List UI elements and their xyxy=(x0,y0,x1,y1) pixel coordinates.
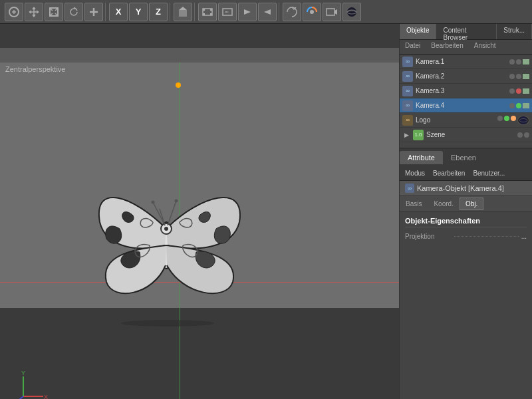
svg-rect-6 xyxy=(210,9,212,11)
svg-rect-2 xyxy=(179,10,187,17)
svg-point-22 xyxy=(175,200,178,203)
obj-dots-szene xyxy=(517,132,529,138)
dot3 xyxy=(523,88,529,94)
obj-icon-kamera3: ∞ xyxy=(402,86,413,96)
attr-bearbeiten[interactable]: Bearbeiten xyxy=(430,169,467,178)
obj-dots-logo xyxy=(497,116,529,125)
obj-item-kamera3[interactable]: ∞ Kamera.3 xyxy=(400,84,532,98)
object-list: ∞ Kamera.1 ∞ Kamera.2 ∞ xyxy=(400,55,532,148)
obj-icon-kamera2: ∞ xyxy=(402,71,413,82)
toolbar-group-axes: X Y Z xyxy=(107,3,170,21)
viewport-label: Zentralperspektive xyxy=(5,65,66,73)
obj-dots-kamera2 xyxy=(509,74,529,79)
dot2 xyxy=(516,103,521,108)
szene-expand[interactable]: ▶ xyxy=(402,131,410,139)
svg-point-10 xyxy=(310,10,314,14)
attr-tab-attribute[interactable]: Attribute xyxy=(400,151,443,164)
obj-dots-kamera4 xyxy=(509,103,529,108)
svg-line-26 xyxy=(17,396,23,399)
camera-obj-title: ∞ Kamera-Objekt [Kamera.4] xyxy=(400,181,532,196)
orange-marker-top xyxy=(176,82,181,88)
projektion-value: ... xyxy=(521,233,527,240)
dot2 xyxy=(524,132,529,138)
dot1 xyxy=(509,88,515,94)
obj-item-logo[interactable]: ∞ Logo xyxy=(400,113,532,128)
main-toolbar: X Y Z xyxy=(0,0,532,24)
attr-tabs: Attribute Ebenen xyxy=(400,149,532,166)
mode-btn[interactable] xyxy=(5,3,23,21)
dot3 xyxy=(523,74,529,79)
attributes-panel: Attribute Ebenen Modus Bearbeiten Benutz… xyxy=(400,148,532,399)
subtab-datei[interactable]: Datei xyxy=(400,40,426,54)
anim-btn4[interactable] xyxy=(258,3,277,21)
right-panel-tabs: Objekte Content Browser Struk... xyxy=(400,24,532,40)
tab-objekte[interactable]: Objekte xyxy=(400,24,436,39)
dot2 xyxy=(516,74,521,79)
tab-content-browser[interactable]: Content Browser xyxy=(436,24,497,39)
anim-btn2[interactable] xyxy=(218,3,237,21)
obj-name-kamera4: Kamera.4 xyxy=(416,102,507,109)
logo-sphere xyxy=(517,116,529,125)
viewport-canvas[interactable]: Zentralperspektive xyxy=(0,63,399,399)
dot3 xyxy=(523,59,529,65)
film-btn[interactable] xyxy=(198,3,217,21)
camera-subtabs: Basis Koord. Obj. xyxy=(400,196,532,212)
obj-dots-kamera3 xyxy=(509,88,529,94)
subtab-ansicht[interactable]: Ansicht xyxy=(469,40,501,54)
axis-x-btn[interactable]: X xyxy=(109,3,128,21)
svg-point-21 xyxy=(152,201,155,204)
svg-text:Y: Y xyxy=(21,370,25,376)
dot1 xyxy=(509,59,515,65)
toolbar-group-obj xyxy=(172,3,195,21)
cam-subtab-basis[interactable]: Basis xyxy=(400,198,428,210)
attr-modus[interactable]: Modus xyxy=(402,169,428,178)
anim-btn3[interactable] xyxy=(238,3,257,21)
rotate-btn[interactable] xyxy=(65,3,83,21)
obj-name-kamera2: Kamera.2 xyxy=(416,72,507,80)
attr-row-projektion: Projektion ... xyxy=(405,230,527,242)
right-panel: Objekte Content Browser Struk... Datei B… xyxy=(399,24,532,399)
attr-dots-projektion xyxy=(454,236,519,237)
cam-subtab-koord[interactable]: Koord. xyxy=(428,198,459,210)
camera-icon: ∞ xyxy=(405,184,414,193)
cam-subtab-obj[interactable]: Obj. xyxy=(460,198,483,210)
render-btn[interactable] xyxy=(303,3,321,21)
subtab-bearbeiten[interactable]: Bearbeiten xyxy=(426,40,468,54)
viewport[interactable]: Ansicht Kameras Darstellung Optionen Fil… xyxy=(0,48,399,399)
move-btn[interactable] xyxy=(25,3,43,21)
add-btn[interactable] xyxy=(84,3,103,21)
dot3 xyxy=(511,116,516,121)
tab-struktur[interactable]: Struk... xyxy=(497,24,532,39)
svg-point-23 xyxy=(121,320,214,327)
scale-btn[interactable] xyxy=(45,3,63,21)
obj-item-szene[interactable]: ▶ 1.0 Szene xyxy=(400,128,532,142)
dot3 xyxy=(523,103,529,108)
axis-z-btn[interactable]: Z xyxy=(149,3,168,21)
obj-item-kamera4[interactable]: ∞ Kamera.4 xyxy=(400,98,532,113)
dot2 xyxy=(516,59,521,65)
axis-indicator: X Y Z xyxy=(13,370,47,399)
attr-tab-ebenen[interactable]: Ebenen xyxy=(443,151,484,164)
toolbar-group-anim xyxy=(196,3,279,21)
obj-item-kamera1[interactable]: ∞ Kamera.1 xyxy=(400,55,532,69)
dot1 xyxy=(509,103,515,108)
obj-icon-szene: 1.0 xyxy=(413,130,424,140)
butterfly-model xyxy=(66,142,266,342)
toolbar-group-1 xyxy=(3,3,106,21)
toolbar-group-render xyxy=(281,3,363,21)
obj-item-kamera2[interactable]: ∞ Kamera.2 xyxy=(400,69,532,84)
obj-btn[interactable] xyxy=(174,3,192,21)
dot2 xyxy=(516,88,521,94)
axis-y-btn[interactable]: Y xyxy=(129,3,148,21)
camera3d-btn[interactable] xyxy=(323,3,341,21)
obj-icon-kamera1: ∞ xyxy=(402,57,413,67)
sphere-btn[interactable] xyxy=(342,3,361,21)
obj-name-logo: Logo xyxy=(416,116,495,124)
attr-section: Objekt-Eigenschaften Projektion ... xyxy=(400,212,532,245)
svg-text:X: X xyxy=(44,394,48,399)
render-view-btn[interactable] xyxy=(283,3,301,21)
attr-benutzer[interactable]: Benutzer... xyxy=(470,169,507,178)
obj-icon-logo: ∞ xyxy=(402,115,413,126)
svg-point-17 xyxy=(164,227,168,231)
obj-name-szene: Szene xyxy=(426,131,515,138)
